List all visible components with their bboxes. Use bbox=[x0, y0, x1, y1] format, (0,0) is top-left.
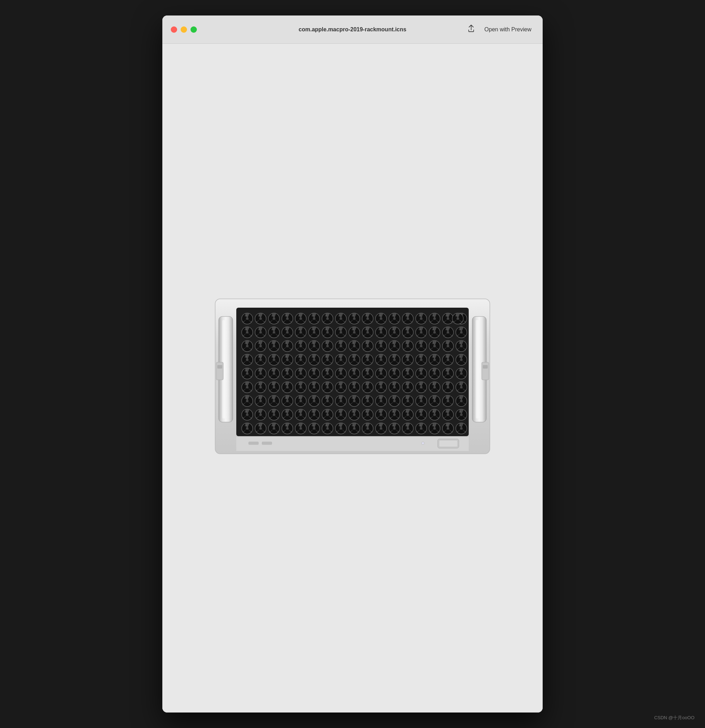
titlebar: ✕ – + com.apple.macpro-2019-rackmount.ic… bbox=[162, 16, 543, 44]
svg-rect-6 bbox=[476, 320, 479, 419]
finder-quick-look-window: ✕ – + com.apple.macpro-2019-rackmount.ic… bbox=[162, 16, 543, 712]
filename-title: com.apple.macpro-2019-rackmount.icns bbox=[299, 26, 406, 33]
minimize-icon: – bbox=[183, 27, 185, 31]
titlebar-actions: Open with Preview bbox=[465, 23, 534, 36]
svg-rect-9 bbox=[482, 362, 489, 380]
share-button[interactable] bbox=[465, 23, 478, 36]
minimize-button[interactable]: – bbox=[181, 26, 187, 33]
maximize-icon: + bbox=[193, 27, 195, 31]
svg-point-18 bbox=[421, 442, 424, 445]
close-icon: ✕ bbox=[172, 27, 175, 31]
svg-rect-17 bbox=[262, 442, 272, 445]
mac-pro-rackmount-image bbox=[194, 285, 511, 471]
content-area bbox=[162, 44, 543, 712]
svg-rect-8 bbox=[217, 365, 222, 368]
share-icon bbox=[468, 26, 475, 34]
svg-rect-10 bbox=[483, 365, 488, 368]
svg-point-0 bbox=[194, 285, 200, 291]
svg-rect-7 bbox=[216, 362, 223, 380]
svg-rect-20 bbox=[439, 441, 457, 447]
close-button[interactable]: ✕ bbox=[171, 26, 177, 33]
svg-rect-16 bbox=[249, 442, 259, 445]
open-with-preview-button[interactable]: Open with Preview bbox=[482, 25, 534, 34]
maximize-button[interactable]: + bbox=[191, 26, 197, 33]
footer-credit: CSDN @十月ooOO bbox=[654, 715, 695, 721]
window-controls: ✕ – + bbox=[171, 26, 197, 33]
